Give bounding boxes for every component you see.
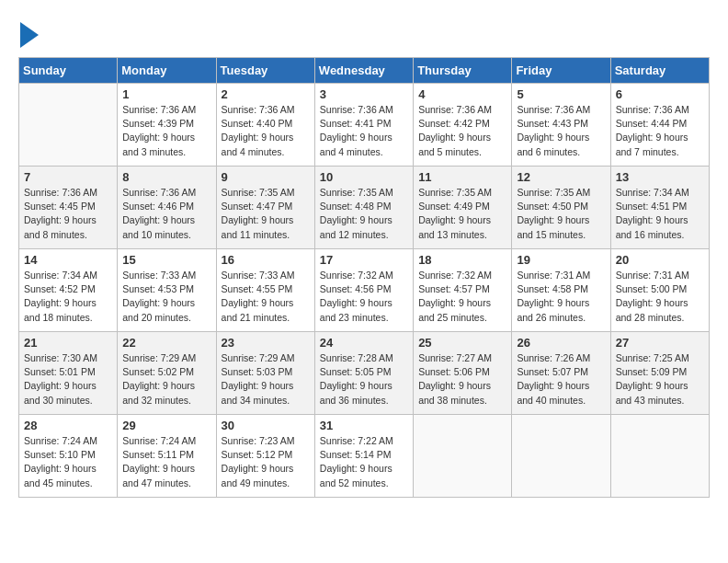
calendar-cell: 20 Sunrise: 7:31 AM Sunset: 5:00 PM Dayl… — [610, 249, 709, 332]
calendar-cell: 8 Sunrise: 7:36 AM Sunset: 4:46 PM Dayli… — [118, 167, 216, 249]
day-number: 1 — [122, 87, 210, 101]
daylight-text: Daylight: 9 hours and 26 minutes. — [517, 297, 589, 322]
day-number: 25 — [418, 336, 506, 350]
daylight-text: Daylight: 9 hours and 43 minutes. — [616, 380, 688, 405]
sunset-text: Sunset: 5:10 PM — [24, 449, 96, 460]
day-number: 7 — [24, 170, 112, 184]
calendar-table: SundayMondayTuesdayWednesdayThursdayFrid… — [18, 57, 710, 498]
day-number: 18 — [418, 253, 506, 267]
calendar-cell: 10 Sunrise: 7:35 AM Sunset: 4:48 PM Dayl… — [314, 167, 413, 249]
sunset-text: Sunset: 5:05 PM — [320, 366, 392, 377]
day-number: 26 — [517, 336, 605, 350]
day-info: Sunrise: 7:32 AM Sunset: 4:57 PM Dayligh… — [418, 269, 506, 325]
day-info: Sunrise: 7:29 AM Sunset: 5:03 PM Dayligh… — [222, 351, 310, 408]
daylight-text: Daylight: 9 hours and 32 minutes. — [122, 380, 195, 405]
sunrise-text: Sunrise: 7:35 AM — [517, 187, 590, 198]
day-info: Sunrise: 7:27 AM Sunset: 5:06 PM Dayligh… — [418, 351, 506, 408]
daylight-text: Daylight: 9 hours and 21 minutes. — [222, 297, 294, 322]
calendar-cell: 7 Sunrise: 7:36 AM Sunset: 4:45 PM Dayli… — [19, 167, 118, 249]
sunset-text: Sunset: 4:46 PM — [122, 201, 194, 212]
daylight-text: Daylight: 9 hours and 47 minutes. — [122, 463, 195, 488]
day-info: Sunrise: 7:33 AM Sunset: 4:55 PM Dayligh… — [222, 269, 310, 325]
daylight-text: Daylight: 9 hours and 11 minutes. — [222, 214, 294, 239]
calendar-cell: 6 Sunrise: 7:36 AM Sunset: 4:44 PM Dayli… — [610, 84, 709, 167]
calendar-cell: 9 Sunrise: 7:35 AM Sunset: 4:47 PM Dayli… — [216, 167, 314, 249]
day-number: 9 — [222, 170, 310, 184]
sunrise-text: Sunrise: 7:34 AM — [24, 270, 97, 281]
sunrise-text: Sunrise: 7:32 AM — [320, 270, 393, 281]
sunrise-text: Sunrise: 7:33 AM — [222, 270, 295, 281]
header-day-friday: Friday — [512, 58, 610, 84]
calendar-cell: 23 Sunrise: 7:29 AM Sunset: 5:03 PM Dayl… — [216, 332, 314, 415]
sunrise-text: Sunrise: 7:36 AM — [122, 104, 196, 115]
calendar-cell: 19 Sunrise: 7:31 AM Sunset: 4:58 PM Dayl… — [512, 249, 610, 332]
sunset-text: Sunset: 4:50 PM — [517, 201, 588, 212]
day-info: Sunrise: 7:36 AM Sunset: 4:46 PM Dayligh… — [122, 186, 210, 242]
sunrise-text: Sunrise: 7:24 AM — [122, 435, 196, 446]
calendar-cell: 29 Sunrise: 7:24 AM Sunset: 5:11 PM Dayl… — [118, 415, 216, 498]
daylight-text: Daylight: 9 hours and 25 minutes. — [418, 297, 491, 322]
calendar-cell — [512, 415, 610, 498]
day-number: 16 — [222, 253, 310, 267]
sunrise-text: Sunrise: 7:36 AM — [320, 104, 393, 115]
header-day-tuesday: Tuesday — [216, 58, 314, 84]
daylight-text: Daylight: 9 hours and 23 minutes. — [320, 297, 392, 322]
calendar-cell — [19, 84, 118, 167]
calendar-cell: 1 Sunrise: 7:36 AM Sunset: 4:39 PM Dayli… — [118, 84, 216, 167]
sunset-text: Sunset: 4:47 PM — [222, 201, 293, 212]
sunset-text: Sunset: 5:01 PM — [24, 366, 96, 377]
daylight-text: Daylight: 9 hours and 18 minutes. — [24, 297, 97, 322]
day-number: 27 — [616, 336, 704, 350]
calendar-cell: 13 Sunrise: 7:34 AM Sunset: 4:51 PM Dayl… — [610, 167, 709, 249]
sunrise-text: Sunrise: 7:24 AM — [24, 435, 97, 446]
sunset-text: Sunset: 5:14 PM — [320, 449, 392, 460]
sunrise-text: Sunrise: 7:36 AM — [222, 104, 295, 115]
day-number: 22 — [122, 336, 210, 350]
sunset-text: Sunset: 5:12 PM — [222, 449, 293, 460]
sunrise-text: Sunrise: 7:32 AM — [418, 270, 492, 281]
sunrise-text: Sunrise: 7:25 AM — [616, 352, 689, 363]
calendar-cell: 24 Sunrise: 7:28 AM Sunset: 5:05 PM Dayl… — [314, 332, 413, 415]
day-info: Sunrise: 7:36 AM Sunset: 4:39 PM Dayligh… — [122, 103, 210, 159]
daylight-text: Daylight: 9 hours and 3 minutes. — [122, 132, 195, 156]
logo — [18, 18, 39, 48]
day-number: 17 — [320, 253, 408, 267]
calendar-cell: 28 Sunrise: 7:24 AM Sunset: 5:10 PM Dayl… — [19, 415, 118, 498]
day-number: 20 — [616, 253, 704, 267]
day-info: Sunrise: 7:35 AM Sunset: 4:48 PM Dayligh… — [320, 186, 408, 242]
calendar-cell: 4 Sunrise: 7:36 AM Sunset: 4:42 PM Dayli… — [414, 84, 512, 167]
sunset-text: Sunset: 4:43 PM — [517, 118, 588, 129]
header-day-sunday: Sunday — [19, 58, 118, 84]
daylight-text: Daylight: 9 hours and 34 minutes. — [222, 380, 294, 405]
sunset-text: Sunset: 4:48 PM — [320, 201, 392, 212]
day-info: Sunrise: 7:28 AM Sunset: 5:05 PM Dayligh… — [320, 351, 408, 408]
calendar-cell: 12 Sunrise: 7:35 AM Sunset: 4:50 PM Dayl… — [512, 167, 610, 249]
daylight-text: Daylight: 9 hours and 38 minutes. — [418, 380, 491, 405]
day-info: Sunrise: 7:36 AM Sunset: 4:44 PM Dayligh… — [616, 103, 704, 159]
day-number: 15 — [122, 253, 210, 267]
day-info: Sunrise: 7:35 AM Sunset: 4:47 PM Dayligh… — [222, 186, 310, 242]
sunrise-text: Sunrise: 7:26 AM — [517, 352, 590, 363]
daylight-text: Daylight: 9 hours and 20 minutes. — [122, 297, 195, 322]
daylight-text: Daylight: 9 hours and 6 minutes. — [517, 132, 589, 156]
day-number: 5 — [517, 87, 605, 101]
sunset-text: Sunset: 4:40 PM — [222, 118, 293, 129]
daylight-text: Daylight: 9 hours and 30 minutes. — [24, 380, 97, 405]
day-info: Sunrise: 7:31 AM Sunset: 5:00 PM Dayligh… — [616, 269, 704, 325]
calendar-week-row: 14 Sunrise: 7:34 AM Sunset: 4:52 PM Dayl… — [19, 249, 710, 332]
sunset-text: Sunset: 4:41 PM — [320, 118, 392, 129]
sunrise-text: Sunrise: 7:36 AM — [24, 187, 97, 198]
sunset-text: Sunset: 4:53 PM — [122, 283, 194, 294]
sunset-text: Sunset: 4:58 PM — [517, 283, 588, 294]
day-info: Sunrise: 7:31 AM Sunset: 4:58 PM Dayligh… — [517, 269, 605, 325]
sunset-text: Sunset: 4:49 PM — [418, 201, 490, 212]
sunset-text: Sunset: 4:56 PM — [320, 283, 392, 294]
day-info: Sunrise: 7:22 AM Sunset: 5:14 PM Dayligh… — [320, 434, 408, 490]
calendar-cell: 26 Sunrise: 7:26 AM Sunset: 5:07 PM Dayl… — [512, 332, 610, 415]
daylight-text: Daylight: 9 hours and 16 minutes. — [616, 214, 688, 239]
sunrise-text: Sunrise: 7:35 AM — [418, 187, 492, 198]
day-info: Sunrise: 7:36 AM Sunset: 4:43 PM Dayligh… — [517, 103, 605, 159]
daylight-text: Daylight: 9 hours and 45 minutes. — [24, 463, 97, 488]
daylight-text: Daylight: 9 hours and 28 minutes. — [616, 297, 688, 322]
daylight-text: Daylight: 9 hours and 4 minutes. — [222, 132, 294, 156]
